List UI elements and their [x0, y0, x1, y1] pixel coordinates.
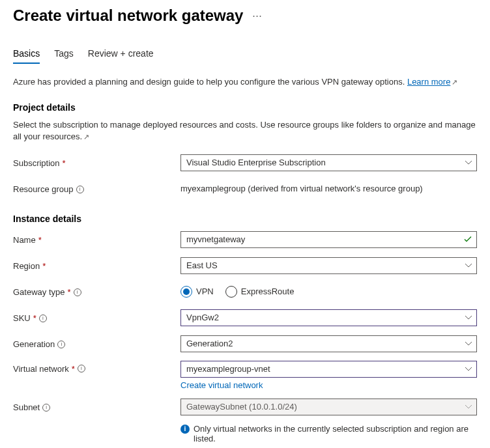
chevron-down-icon [465, 405, 472, 409]
external-link-icon: ↗ [83, 133, 89, 141]
resource-group-label: Resource group i [13, 183, 180, 194]
name-input[interactable]: myvnetgateway [180, 231, 477, 248]
generation-label: Generation i [13, 338, 180, 349]
region-select[interactable]: East US [180, 257, 477, 274]
sku-select[interactable]: VpnGw2 [180, 309, 477, 326]
name-value: myvnetgateway [186, 234, 245, 244]
project-details-desc: Select the subscription to manage deploy… [13, 119, 477, 143]
chevron-down-icon [465, 367, 472, 371]
chevron-down-icon [465, 264, 472, 268]
gateway-type-radio-group: VPN ExpressRoute [180, 286, 477, 298]
virtual-network-select[interactable]: myexamplegroup-vnet [180, 361, 477, 378]
page-title: Create virtual network gateway [13, 7, 243, 25]
sku-label: SKU* i [13, 312, 180, 323]
radio-unselected-icon [225, 286, 237, 298]
subscription-select[interactable]: Visual Studio Enterprise Subscription [180, 154, 477, 171]
generation-value: Generation2 [186, 339, 233, 348]
subscription-label: Subscription* [13, 157, 180, 168]
gateway-type-vpn-radio[interactable]: VPN [180, 286, 214, 298]
virtual-network-label: Virtual network* i [13, 361, 180, 374]
learn-more-link[interactable]: Learn more [407, 77, 450, 87]
gateway-type-label: Gateway type* i [13, 286, 180, 297]
info-icon[interactable]: i [57, 341, 65, 348]
subnet-label: Subnet i [13, 401, 180, 412]
intro-label: Azure has provided a planning and design… [13, 77, 407, 87]
gateway-type-expressroute-radio[interactable]: ExpressRoute [225, 286, 295, 298]
info-icon[interactable]: i [74, 288, 81, 296]
info-icon[interactable]: i [42, 404, 50, 412]
name-label: Name* [13, 234, 180, 245]
more-icon[interactable]: ⋯ [252, 10, 263, 21]
info-icon[interactable]: i [39, 315, 47, 322]
radio-selected-icon [180, 286, 192, 298]
subnet-select: GatewaySubnet (10.0.1.0/24) [180, 399, 477, 415]
chevron-down-icon [465, 316, 472, 320]
generation-select[interactable]: Generation2 [180, 335, 477, 352]
chevron-down-icon [465, 161, 472, 165]
region-value: East US [186, 260, 218, 270]
subscription-value: Visual Studio Enterprise Subscription [186, 158, 326, 167]
vnet-filter-note: i Only virtual networks in the currently… [180, 424, 477, 443]
chevron-down-icon [465, 342, 472, 346]
resource-group-value: myexamplegroup (derived from virtual net… [180, 184, 423, 193]
region-label: Region* [13, 260, 180, 271]
instance-details-heading: Instance details [13, 214, 477, 224]
tab-basics[interactable]: Basics [13, 44, 40, 64]
vnet-filter-text: Only virtual networks in the currently s… [194, 424, 477, 443]
subnet-value: GatewaySubnet (10.0.1.0/24) [186, 402, 297, 412]
external-link-icon: ↗ [452, 78, 457, 86]
tab-tags[interactable]: Tags [54, 44, 74, 64]
create-virtual-network-link[interactable]: Create virtual network [180, 380, 477, 390]
sku-value: VpnGw2 [186, 313, 219, 322]
vpn-radio-label: VPN [196, 287, 214, 296]
check-icon [464, 234, 472, 244]
info-icon[interactable]: i [78, 365, 85, 372]
expressroute-radio-label: ExpressRoute [241, 287, 295, 296]
info-filled-icon: i [180, 425, 190, 434]
tabs: Basics Tags Review + create [13, 44, 477, 64]
virtual-network-value: myexamplegroup-vnet [186, 364, 270, 374]
info-icon[interactable]: i [76, 186, 84, 193]
tab-review[interactable]: Review + create [88, 44, 154, 64]
project-details-heading: Project details [13, 102, 477, 113]
intro-text: Azure has provided a planning and design… [13, 76, 477, 88]
